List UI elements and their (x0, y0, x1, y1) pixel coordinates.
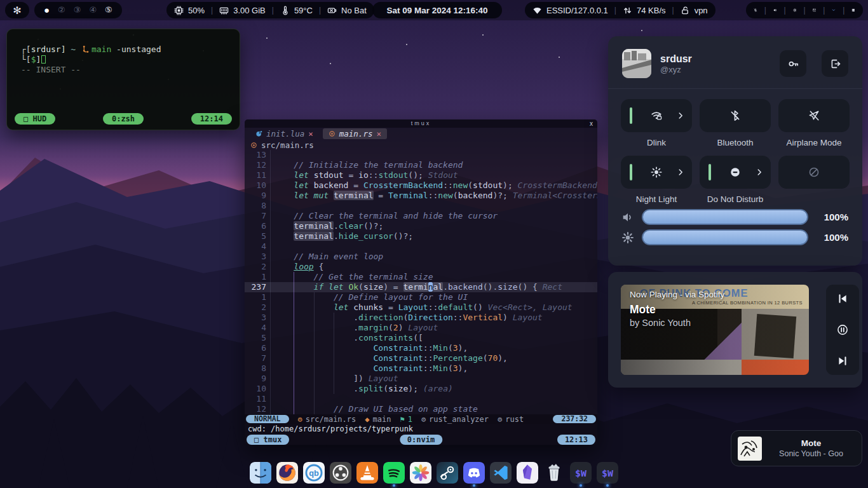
dnd-icon (729, 166, 741, 178)
top-bar: ✻ ●②③④⑤ 50% | 3.00 GiB | 59°C | No Bat S… (0, 0, 868, 20)
avatar[interactable] (622, 49, 651, 78)
tab-main-rs[interactable]: main.rs × (323, 128, 387, 139)
git-branch-icon (82, 45, 90, 53)
code-area[interactable]: 1312 // Initialize the terminal backend1… (245, 150, 597, 414)
chevron-right-icon[interactable] (676, 168, 685, 177)
obsidian-icon[interactable] (517, 462, 538, 484)
network-stats: ESSID/127.0.0.1 | 74 KB/s | vpn (525, 2, 715, 18)
quick-settings-grid: DlinkBluetoothAirplane ModeNight LightDo… (608, 89, 862, 205)
volume-slider[interactable] (642, 209, 808, 225)
quick-cell-empty (778, 156, 850, 205)
tmux-session-pill[interactable]: □ tmux (247, 435, 289, 445)
vlc-icon[interactable] (356, 462, 378, 484)
tab-init-lua[interactable]: init.lua × (250, 128, 319, 139)
quick-toggle-dnd[interactable] (700, 156, 771, 189)
code-line: 9 let mut terminal = Terminal::new(backe… (245, 191, 597, 201)
qbittorrent-icon[interactable]: qb (303, 462, 325, 484)
logout-button[interactable] (822, 50, 848, 77)
code-line: 12 // Initialize the terminal backend (245, 160, 597, 170)
dock: qb$W$W (250, 462, 618, 487)
dock-item-dollarw[interactable]: $W (597, 462, 618, 487)
quick-label: Do Not Disturb (707, 194, 764, 205)
code-line: 4 (245, 241, 597, 252)
brightness-slider-row: 100% (608, 225, 862, 245)
window-close-button[interactable]: x (590, 119, 593, 128)
quick-toggle-airplane-off[interactable] (778, 99, 850, 132)
desktop: { "colors":{"accent_blue":"#8cb6da","acc… (0, 0, 868, 488)
essid: ESSID/127.0.0.1 (546, 6, 608, 15)
brightness-slider[interactable] (642, 229, 808, 245)
code-line: 7 // Clear the terminal and hide the cur… (245, 211, 597, 221)
tab-close-icon[interactable]: × (376, 129, 381, 139)
obs-studio-icon[interactable] (330, 462, 351, 484)
logo-sparkle-icon: ✻ (13, 4, 21, 17)
dollarw-icon[interactable]: $W (597, 462, 618, 484)
trash-icon[interactable] (543, 462, 565, 484)
workspace-5[interactable]: ⑤ (105, 2, 112, 18)
discord-icon[interactable] (463, 462, 485, 484)
code-line: 11 let stdout = io::stdout(); Stdout (245, 170, 597, 180)
steam-icon[interactable] (437, 462, 458, 484)
terminal-window[interactable]: ┌[srdusr] ~ main -unstaged └[$] -- INSER… (6, 29, 240, 130)
airplane-off-icon (808, 110, 820, 121)
chevron-right-icon[interactable] (676, 111, 685, 120)
dock-item-steam[interactable] (437, 462, 458, 487)
logout-icon (830, 58, 841, 69)
running-indicator (473, 484, 475, 487)
workspace-3[interactable]: ③ (74, 2, 81, 18)
spotify-icon[interactable] (383, 462, 405, 484)
dock-item-photos[interactable] (410, 462, 431, 487)
dock-item-dollarw[interactable]: $W (570, 462, 592, 487)
dock-item-obsidian[interactable] (517, 462, 538, 487)
tmux-window-pill[interactable]: 0:nvim (400, 435, 442, 445)
quick-toggle-wifi-lock[interactable] (621, 99, 692, 132)
finder-icon[interactable] (250, 462, 271, 484)
mail-icon[interactable] (813, 5, 817, 15)
dock-item-firefox[interactable] (276, 462, 298, 487)
workspace-1[interactable]: ● (44, 2, 50, 18)
tab-close-icon[interactable]: × (308, 129, 313, 139)
previous-track-button[interactable] (837, 293, 848, 304)
dock-item-trash[interactable] (543, 462, 565, 487)
workspace-4[interactable]: ④ (89, 2, 97, 18)
user-row: srdusr @xyz (608, 36, 862, 88)
pause-button[interactable] (837, 324, 848, 336)
code-line: 1 // Define layout for the UI (245, 292, 597, 302)
quick-toggle-bluetooth-off[interactable] (700, 99, 771, 132)
code-line: 5 .constraints([ (245, 333, 597, 343)
code-line: 2 let chunks = Layout::default() Vec<Rec… (245, 302, 597, 313)
dock-item-vlc[interactable] (356, 462, 378, 487)
dollarw-icon[interactable]: $W (570, 462, 592, 484)
dock-item-obs-studio[interactable] (330, 462, 351, 487)
next-track-button[interactable] (837, 355, 848, 367)
vpn-label: vpn (695, 6, 708, 15)
battery-status: No Bat (341, 6, 367, 15)
editor-window[interactable]: tmux x init.lua × main.rs × src/main.rs … (245, 119, 597, 445)
vscode-icon[interactable] (490, 462, 512, 484)
settings-gear-icon[interactable] (793, 5, 797, 15)
speaker-icon[interactable] (773, 5, 777, 15)
workspace-2[interactable]: ② (58, 2, 65, 18)
quick-cell-do-not-disturb: Do Not Disturb (700, 156, 771, 205)
chevron-right-icon[interactable] (755, 168, 764, 177)
code-line: 5 terminal.hide_cursor()?; (245, 231, 597, 241)
microphone-muted-icon[interactable] (754, 5, 757, 15)
firefox-icon[interactable] (276, 462, 298, 484)
quick-toggle-blocked[interactable] (778, 156, 850, 189)
dock-item-vscode[interactable] (490, 462, 512, 487)
dock-item-finder[interactable] (250, 462, 271, 487)
password-key-button[interactable] (780, 50, 806, 77)
quick-toggle-sun[interactable] (621, 156, 692, 189)
dock-layers-icon[interactable] (851, 5, 855, 15)
photos-icon[interactable] (410, 462, 431, 484)
notification-toast[interactable]: Mote Sonic Youth - Goo (731, 430, 862, 466)
album-art[interactable]: OF PUNK TO COME A CHIMERICAL BOMBINATION… (621, 285, 809, 375)
svg-text:$W: $W (575, 468, 587, 479)
dock-item-discord[interactable] (463, 462, 485, 487)
dock-item-spotify[interactable] (383, 462, 405, 487)
launcher-button[interactable]: ✻ (5, 2, 29, 18)
chevron-down-icon[interactable] (832, 5, 836, 15)
tmux-window-title: tmux x (245, 119, 597, 128)
dock-item-qbittorrent[interactable]: qb (303, 462, 325, 487)
brightness-icon (622, 232, 634, 243)
